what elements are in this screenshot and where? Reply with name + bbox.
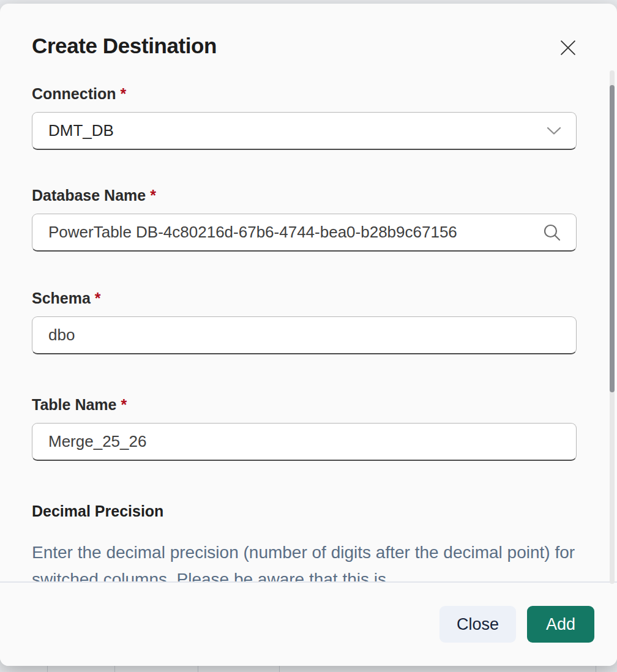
connection-dropdown[interactable] xyxy=(32,112,577,150)
background-table-line xyxy=(198,665,198,672)
connection-field-wrap xyxy=(32,112,577,150)
decimal-precision-description: Enter the decimal precision (number of d… xyxy=(32,539,578,581)
database-name-search-input[interactable] xyxy=(32,214,577,252)
schema-input[interactable] xyxy=(32,316,577,354)
table-name-label: Table Name * xyxy=(32,395,577,414)
background-table-line xyxy=(114,665,115,672)
body-scrollbar-thumb[interactable] xyxy=(610,85,615,392)
required-asterisk: * xyxy=(120,85,126,102)
background-table-line xyxy=(47,665,48,672)
dialog-title: Create Destination xyxy=(32,32,217,60)
background-table-line xyxy=(596,665,596,672)
table-name-input[interactable] xyxy=(32,423,577,461)
database-name-field-wrap xyxy=(32,214,577,252)
dialog-header: Create Destination xyxy=(0,4,617,60)
database-name-label: Database Name * xyxy=(32,185,577,205)
create-destination-dialog: Create Destination Connection * Database… xyxy=(0,4,617,666)
required-asterisk: * xyxy=(95,289,101,307)
dialog-body: Connection * Database Name * xyxy=(0,60,617,581)
table-name-field-wrap xyxy=(32,423,577,461)
schema-field-wrap xyxy=(32,316,577,354)
add-button[interactable]: Add xyxy=(527,606,594,643)
required-asterisk: * xyxy=(121,396,127,413)
connection-label: Connection * xyxy=(32,84,577,103)
decimal-precision-heading: Decimal Precision xyxy=(32,501,577,521)
dialog-footer: Close Add xyxy=(0,581,617,666)
background-table-line xyxy=(279,665,280,672)
schema-label: Schema * xyxy=(32,288,577,308)
close-button[interactable]: Close xyxy=(439,606,516,643)
close-dialog-button[interactable] xyxy=(556,35,580,60)
required-asterisk: * xyxy=(150,187,156,204)
close-icon xyxy=(558,50,578,59)
